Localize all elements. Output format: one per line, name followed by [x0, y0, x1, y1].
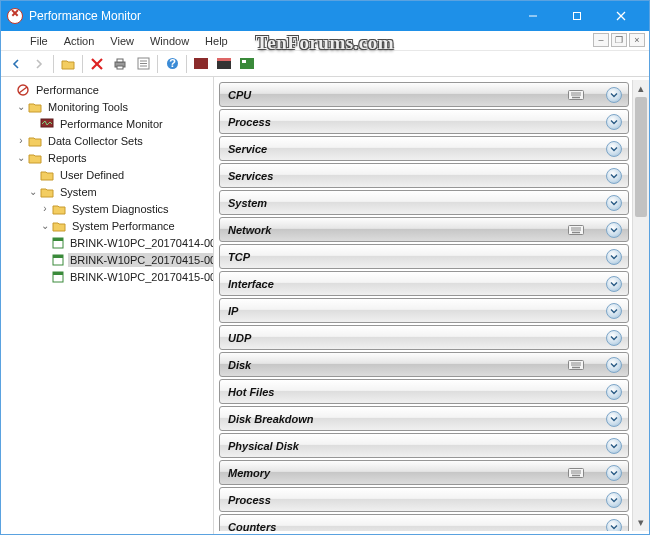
svg-rect-24: [53, 238, 63, 241]
menu-action[interactable]: Action: [57, 33, 102, 49]
expand-icon[interactable]: ⌄: [27, 186, 39, 197]
open-button[interactable]: [57, 53, 79, 75]
forward-button[interactable]: [28, 53, 50, 75]
expand-circle-icon[interactable]: [606, 195, 622, 211]
mdi-minimize-button[interactable]: –: [593, 33, 609, 47]
expand-icon[interactable]: ⌄: [15, 152, 27, 163]
toolbar: ?: [1, 51, 649, 77]
folder-icon: [27, 134, 43, 148]
expand-circle-icon[interactable]: [606, 114, 622, 130]
tree-system-diagnostics[interactable]: ›System Diagnostics: [3, 200, 211, 217]
expand-circle-icon[interactable]: [606, 303, 622, 319]
report-icon: [51, 253, 65, 267]
collapse-icon[interactable]: ›: [39, 203, 51, 214]
titlebar: Performance Monitor: [1, 1, 649, 31]
help-button[interactable]: ?: [161, 53, 183, 75]
maximize-button[interactable]: [555, 1, 599, 31]
expand-circle-icon[interactable]: [606, 357, 622, 373]
tree-report-item[interactable]: BRINK-W10PC_20170415-000002: [3, 251, 211, 268]
row-label: Hot Files: [228, 386, 274, 398]
expand-circle-icon[interactable]: [606, 222, 622, 238]
expand-circle-icon[interactable]: [606, 465, 622, 481]
content-area: Performance ⌄Monitoring Tools Performanc…: [1, 77, 649, 534]
folder-icon: [51, 219, 67, 233]
tree-performance-monitor[interactable]: Performance Monitor: [3, 115, 211, 132]
row-label: Process: [228, 116, 271, 128]
report-section-row[interactable]: Process: [219, 487, 629, 512]
report-section-row[interactable]: Memory: [219, 460, 629, 485]
toolbar-view-2[interactable]: [213, 53, 235, 75]
tree-root[interactable]: Performance: [3, 81, 211, 98]
report-section-row[interactable]: Network: [219, 217, 629, 242]
report-section-row[interactable]: Counters: [219, 514, 629, 531]
print-button[interactable]: [109, 53, 131, 75]
report-section-row[interactable]: Interface: [219, 271, 629, 296]
mdi-close-button[interactable]: ×: [629, 33, 645, 47]
expand-circle-icon[interactable]: [606, 141, 622, 157]
tree-user-defined[interactable]: User Defined: [3, 166, 211, 183]
scroll-down-button[interactable]: ▾: [633, 514, 649, 531]
expand-circle-icon[interactable]: [606, 438, 622, 454]
row-label: TCP: [228, 251, 250, 263]
row-label: Physical Disk: [228, 440, 299, 452]
report-section-row[interactable]: Physical Disk: [219, 433, 629, 458]
tree-data-collector-sets[interactable]: ›Data Collector Sets: [3, 132, 211, 149]
delete-button[interactable]: [86, 53, 108, 75]
mdi-restore-button[interactable]: ❐: [611, 33, 627, 47]
svg-rect-8: [117, 66, 123, 69]
expand-circle-icon[interactable]: [606, 276, 622, 292]
expand-circle-icon[interactable]: [606, 330, 622, 346]
toolbar-view-1[interactable]: [190, 53, 212, 75]
row-label: Disk Breakdown: [228, 413, 314, 425]
tree-system[interactable]: ⌄System: [3, 183, 211, 200]
report-section-row[interactable]: Services: [219, 163, 629, 188]
report-section-row[interactable]: TCP: [219, 244, 629, 269]
tree-monitoring-tools[interactable]: ⌄Monitoring Tools: [3, 98, 211, 115]
tree-panel: Performance ⌄Monitoring Tools Performanc…: [1, 77, 214, 534]
row-label: Disk: [228, 359, 251, 371]
row-label: Memory: [228, 467, 270, 479]
report-section-row[interactable]: UDP: [219, 325, 629, 350]
expand-circle-icon[interactable]: [606, 87, 622, 103]
folder-icon: [39, 185, 55, 199]
report-section-row[interactable]: Process: [219, 109, 629, 134]
tree-reports[interactable]: ⌄Reports: [3, 149, 211, 166]
report-section-row[interactable]: System: [219, 190, 629, 215]
report-icon: [51, 236, 65, 250]
tree-system-performance[interactable]: ⌄System Performance: [3, 217, 211, 234]
report-section-row[interactable]: Disk Breakdown: [219, 406, 629, 431]
close-button[interactable]: [599, 1, 643, 31]
collapse-icon[interactable]: ›: [15, 135, 27, 146]
menu-file[interactable]: File: [23, 33, 55, 49]
expand-circle-icon[interactable]: [606, 519, 622, 532]
minimize-button[interactable]: [511, 1, 555, 31]
report-section-row[interactable]: Service: [219, 136, 629, 161]
menu-window[interactable]: Window: [143, 33, 196, 49]
tree-report-item[interactable]: BRINK-W10PC_20170414-000001: [3, 234, 211, 251]
row-label: Services: [228, 170, 273, 182]
expand-circle-icon[interactable]: [606, 249, 622, 265]
expand-circle-icon[interactable]: [606, 492, 622, 508]
scroll-up-button[interactable]: ▴: [633, 80, 649, 97]
row-label: System: [228, 197, 267, 209]
report-section-row[interactable]: Hot Files: [219, 379, 629, 404]
report-section-row[interactable]: Disk: [219, 352, 629, 377]
expand-icon[interactable]: ⌄: [15, 101, 27, 112]
svg-rect-19: [242, 60, 246, 63]
scroll-thumb[interactable]: [635, 97, 647, 217]
report-section-row[interactable]: CPU: [219, 82, 629, 107]
svg-rect-7: [117, 59, 123, 62]
expand-circle-icon[interactable]: [606, 411, 622, 427]
row-label: Interface: [228, 278, 274, 290]
expand-icon[interactable]: ⌄: [39, 220, 51, 231]
menu-view[interactable]: View: [103, 33, 141, 49]
expand-circle-icon[interactable]: [606, 384, 622, 400]
expand-circle-icon[interactable]: [606, 168, 622, 184]
report-section-row[interactable]: IP: [219, 298, 629, 323]
toolbar-view-3[interactable]: [236, 53, 258, 75]
back-button[interactable]: [5, 53, 27, 75]
menu-help[interactable]: Help: [198, 33, 235, 49]
tree-report-item[interactable]: BRINK-W10PC_20170415-000003: [3, 268, 211, 285]
vertical-scrollbar[interactable]: ▴ ▾: [632, 80, 649, 531]
properties-button[interactable]: [132, 53, 154, 75]
